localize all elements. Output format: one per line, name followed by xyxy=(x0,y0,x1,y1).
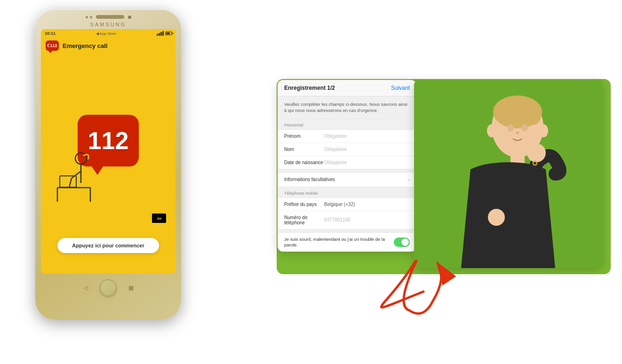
form-header-title: Enregistrement 1/2 xyxy=(284,85,335,91)
prefixe-value[interactable]: Belgique (+32) xyxy=(324,202,410,207)
phone-dot-2 xyxy=(90,16,92,18)
numero-label: Numéro de téléphone xyxy=(284,215,324,225)
nom-label: Nom xyxy=(284,147,324,152)
phone-dots xyxy=(86,16,92,18)
status-time: 10:11 xyxy=(45,31,56,36)
start-button-container: Appuyez ici pour commencer xyxy=(41,232,175,259)
status-appstore[interactable]: ◀ App Store xyxy=(96,32,116,36)
status-bar: 10:11 ◀ App Store xyxy=(41,29,175,38)
svg-point-11 xyxy=(527,106,541,125)
registration-form: Enregistrement 1/2 Suivant Veuillez comp… xyxy=(278,80,416,252)
numero-value[interactable]: 0477001100 xyxy=(324,217,410,222)
svg-rect-7 xyxy=(60,176,76,187)
form-header: Enregistrement 1/2 Suivant xyxy=(278,80,416,96)
deaf-toggle-label: Je suis sourd, malentendant ou j'ai un t… xyxy=(284,237,394,248)
app-main: 112 xyxy=(41,54,175,232)
app-header: ℂ112 Emergency call xyxy=(41,38,175,54)
home-button[interactable] xyxy=(100,279,117,296)
form-next-button[interactable]: Suivant xyxy=(391,85,410,91)
battery-icon xyxy=(165,32,172,35)
signal-bar-3 xyxy=(160,32,162,36)
svg-point-18 xyxy=(487,124,496,137)
phone-mockup: SAMSUNG 10:11 ◀ App Store xyxy=(28,9,188,348)
battery-fill xyxy=(166,32,170,34)
prefixe-row: Préfixe du pays Belgique (+32) xyxy=(278,198,416,211)
prenom-row: Prénom Obligatoire xyxy=(278,130,416,143)
telephone-group: Préfixe du pays Belgique (+32) Numéro de… xyxy=(278,198,416,229)
personnel-section-label: Personnel xyxy=(278,119,416,129)
numero-row: Numéro de téléphone 0477001100 xyxy=(278,211,416,229)
informations-label: Informations facultatives xyxy=(284,177,408,182)
form-description: Veuillez compléter les champs ci-dessous… xyxy=(278,96,416,119)
chevron-right-icon: › xyxy=(408,176,410,183)
svg-line-3 xyxy=(69,178,72,188)
deaf-toggle-row: Je suis sourd, malentendant ou j'ai un t… xyxy=(278,232,416,252)
phone-camera xyxy=(128,16,131,19)
telephone-section-label: Téléphone mobile xyxy=(278,187,416,198)
phone-speaker xyxy=(96,15,124,19)
phone-brand: SAMSUNG xyxy=(41,22,175,27)
back-button-hardware: ◁ xyxy=(81,285,90,291)
personnel-group: Prénom Obligatoire Nom Obligatoire Date … xyxy=(278,129,416,169)
status-indicators xyxy=(157,31,172,36)
signal-bar-4 xyxy=(162,31,164,36)
illustration-person xyxy=(48,150,95,206)
start-button[interactable]: Appuyez ici pour commencer xyxy=(57,238,159,253)
dob-label: Date de naissance xyxy=(284,160,324,165)
menu-button-hardware: ▦ xyxy=(126,285,136,291)
app-icon-number: ℂ112 xyxy=(47,44,57,48)
svg-point-12 xyxy=(507,124,514,132)
svg-point-13 xyxy=(521,124,528,132)
deaf-toggle[interactable] xyxy=(394,237,410,247)
svg-rect-16 xyxy=(534,141,538,155)
app-title: Emergency call xyxy=(63,42,107,49)
prenom-value[interactable]: Obligatoire xyxy=(324,134,410,139)
nom-row: Nom Obligatoire xyxy=(278,143,416,156)
prefixe-label: Préfixe du pays xyxy=(284,202,324,207)
phone-top-hardware xyxy=(41,15,175,19)
be-badge: .be xyxy=(152,214,166,223)
nom-value[interactable]: Obligatoire xyxy=(324,147,410,152)
emergency-number: 112 xyxy=(88,128,129,153)
app-icon: ℂ112 xyxy=(46,40,59,51)
prenom-label: Prénom xyxy=(284,134,324,139)
signal-bar-2 xyxy=(159,33,160,36)
svg-point-19 xyxy=(539,124,548,137)
dob-value[interactable]: Obligatoire xyxy=(324,160,410,165)
dob-row: Date de naissance Obligatoire xyxy=(278,156,416,169)
phone-screen: 10:11 ◀ App Store ℂ112 xyxy=(41,29,175,274)
sign-language-video xyxy=(414,80,602,268)
svg-point-17 xyxy=(488,209,505,226)
signal-bars xyxy=(157,31,164,36)
toggle-knob xyxy=(401,238,409,246)
signal-bar-1 xyxy=(157,34,158,36)
phone-outer: SAMSUNG 10:11 ◀ App Store xyxy=(35,9,181,320)
person-illustration xyxy=(414,80,602,268)
informations-row[interactable]: Informations facultatives › xyxy=(278,172,416,187)
phone-bottom-hardware: ◁ ▦ xyxy=(41,277,175,298)
phone-dot-1 xyxy=(86,16,88,18)
